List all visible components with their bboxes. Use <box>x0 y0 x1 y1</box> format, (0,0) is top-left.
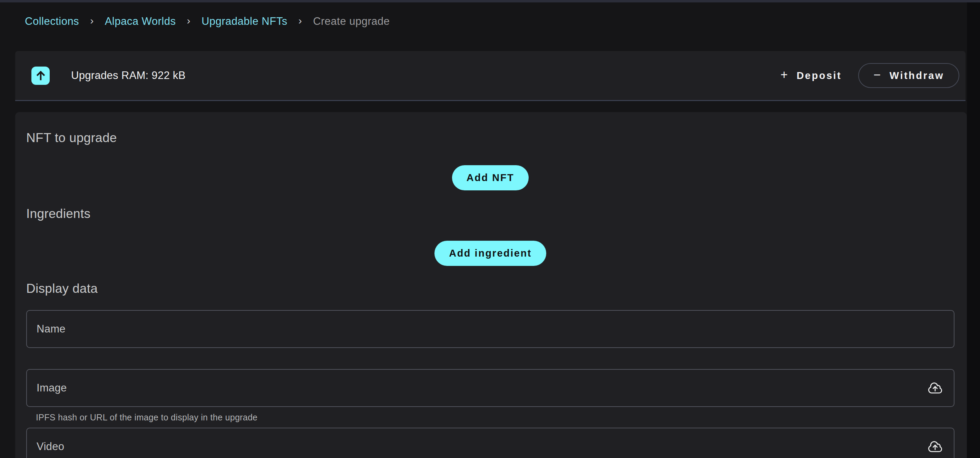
nft-to-upgrade-heading: NFT to upgrade <box>26 131 955 145</box>
image-helper-text: IPFS hash or URL of the image to display… <box>36 412 955 423</box>
up-arrow-icon <box>32 67 50 85</box>
name-input[interactable] <box>27 311 945 347</box>
breadcrumb-create-upgrade: Create upgrade <box>313 15 390 28</box>
video-field-container <box>26 428 955 458</box>
add-ingredient-button[interactable]: Add ingredient <box>434 241 546 266</box>
video-upload-button[interactable] <box>926 437 945 456</box>
add-nft-button[interactable]: Add NFT <box>452 165 529 190</box>
cloud-upload-icon <box>927 380 943 396</box>
chevron-right-icon: › <box>187 15 191 27</box>
image-url-input[interactable] <box>27 370 926 406</box>
withdraw-button[interactable]: − Withdraw <box>858 63 959 88</box>
ram-usage-label: Upgrades RAM: 922 kB <box>71 69 186 82</box>
breadcrumb-alpaca-worlds[interactable]: Alpaca Worlds <box>105 15 176 28</box>
ram-bar-actions: + Deposit − Withdraw <box>777 63 959 88</box>
display-data-heading: Display data <box>26 281 955 296</box>
video-url-input[interactable] <box>27 428 926 458</box>
chevron-right-icon: › <box>299 15 302 27</box>
ram-status-bar: Upgrades RAM: 922 kB + Deposit − Withdra… <box>15 51 966 101</box>
top-strip <box>0 0 980 2</box>
breadcrumb-upgradable-nfts[interactable]: Upgradable NFTs <box>202 15 288 28</box>
image-field-container <box>26 369 955 407</box>
breadcrumb: Collections › Alpaca Worlds › Upgradable… <box>25 15 390 28</box>
chevron-right-icon: › <box>90 15 94 27</box>
deposit-button[interactable]: + Deposit <box>777 63 845 88</box>
breadcrumb-collections[interactable]: Collections <box>25 15 79 28</box>
cloud-upload-icon <box>927 439 943 455</box>
ingredients-heading: Ingredients <box>26 207 955 221</box>
name-field-container <box>26 310 955 348</box>
withdraw-button-label: Withdraw <box>889 70 944 81</box>
deposit-button-label: Deposit <box>796 70 842 81</box>
create-upgrade-form-panel: NFT to upgrade Add NFT Ingredients Add i… <box>15 112 967 458</box>
plus-icon: + <box>781 69 789 81</box>
image-upload-button[interactable] <box>926 378 945 398</box>
minus-icon: − <box>873 69 882 81</box>
